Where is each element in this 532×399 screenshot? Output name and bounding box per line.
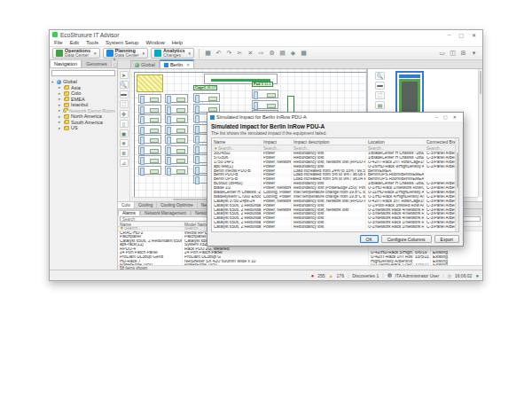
folder-icon <box>64 126 69 130</box>
configure-columns-button[interactable]: Configure Columns <box>381 235 432 243</box>
palette-tool-icon[interactable]: ▯ <box>120 120 129 128</box>
critical-alarm-count[interactable]: 255 <box>317 273 325 278</box>
elevation-tool-icon[interactable]: ⛶ <box>375 91 385 99</box>
tree-item[interactable]: ▸ US <box>51 125 115 131</box>
toolbar-icon[interactable]: ▦ <box>204 49 212 58</box>
user-avatar-icon <box>387 273 392 278</box>
clock-icon: ◷ <box>448 273 451 278</box>
toolbar-icon[interactable]: ✕ <box>246 49 254 58</box>
folder-icon <box>63 109 67 113</box>
tab-genomes[interactable]: Genomes <box>82 59 112 67</box>
export-button[interactable]: Export <box>434 235 459 243</box>
view-mode-tab[interactable]: Colo <box>118 202 135 208</box>
nav-search-input[interactable] <box>51 70 115 76</box>
toolbar-icon[interactable]: ✂ <box>236 49 244 58</box>
mode-analytics-button[interactable]: AnalyticsChanges ▾ <box>151 48 194 59</box>
app-logo-icon <box>52 32 58 37</box>
menu-bar: FileEditToolsSystem SetupWindowHelp <box>50 39 482 47</box>
impact-table-header[interactable]: Name Impact Impact description Location … <box>212 138 458 145</box>
mode-sublabel: Data Center <box>65 53 90 58</box>
close-tab-icon[interactable]: ✕ <box>186 62 190 67</box>
impact-filter-row[interactable]: ▼Search... Search... Search... Search...… <box>212 145 458 152</box>
chevron-down-icon[interactable]: ▾ <box>189 51 192 56</box>
rack-elevation-header <box>399 74 420 78</box>
floorplan-icon <box>164 63 168 67</box>
layout-icon[interactable]: ◫ <box>449 49 457 58</box>
tab-navigation[interactable]: Navigation <box>50 59 82 67</box>
impact-row[interactable]: Catalyst 6506, 2 Redundant 6506s (2 Powe… <box>212 225 458 230</box>
hatched-area <box>137 74 163 92</box>
dialog-scrollbar[interactable] <box>455 138 458 231</box>
palette-tool-icon[interactable]: ➤ <box>120 71 129 79</box>
palette-tool-icon[interactable]: ❄ <box>120 139 129 147</box>
toolbar-icon[interactable]: ▦ <box>300 49 308 58</box>
toolbar-icon[interactable]: ⇨ <box>257 49 265 58</box>
menu-item[interactable]: Window <box>145 40 164 45</box>
window-title: EcoStruxure IT Advisor <box>60 32 448 38</box>
simulated-impact-dialog: Simulated Impact for Berlin InRow PDU-A … <box>207 112 464 246</box>
menu-item[interactable]: System Setup <box>106 40 138 45</box>
layout-icon[interactable]: ⊞ <box>459 49 467 58</box>
navigation-panel: Navigation Genomes ▾ ▢ Clear ▾ Global ▸ … <box>50 60 118 270</box>
tab-global[interactable]: Global <box>130 60 160 68</box>
impact-table: Name Impact Impact description Location … <box>211 137 459 232</box>
palette-tool-icon[interactable]: ➖ <box>120 90 129 98</box>
warning-alarm-icon: ▲ <box>329 273 333 278</box>
dialog-minimize-button[interactable]: – <box>435 114 438 120</box>
layout-icon[interactable]: ▭ <box>438 49 446 58</box>
status-bar: ● 255 ▲ 176 | Discoveries 1 | ITA Admini… <box>50 270 482 280</box>
elevation-tool-icon[interactable]: ▤ <box>375 101 385 109</box>
globe-icon <box>135 63 139 67</box>
chevron-down-icon[interactable]: ▾ <box>94 51 97 56</box>
view-mode-tab[interactable]: Cooling <box>135 202 157 208</box>
minimize-button[interactable]: – <box>448 32 450 38</box>
mode-operations-button[interactable]: OperationsData Center ▾ <box>52 48 100 59</box>
palette-tool-icon[interactable]: ▣ <box>120 129 129 137</box>
cage-label: Cage1 26.17 <box>193 85 217 90</box>
tab-berlin[interactable]: Berlin ✕ <box>160 59 194 68</box>
dialog-maximize-button[interactable]: ▢ <box>443 114 448 120</box>
menu-item[interactable]: File <box>54 40 63 45</box>
discoveries-label[interactable]: Discoveries 1 <box>352 273 379 278</box>
menu-item[interactable]: Help <box>172 40 183 45</box>
status-time: 16:06:02 <box>455 273 472 278</box>
toolbar-icon[interactable]: ↶ <box>215 49 223 58</box>
toolbar-icon[interactable]: ▤ <box>278 49 286 58</box>
toolbar-icon[interactable]: ↷ <box>225 49 233 58</box>
toolbar-icon[interactable]: ◈ <box>289 49 297 58</box>
title-bar: EcoStruxure IT Advisor – ▢ ✕ <box>50 30 482 39</box>
palette-tool-icon[interactable]: ≣ <box>120 149 129 157</box>
globe-icon <box>57 80 61 84</box>
dialog-title: Simulated Impact for Berlin InRow PDU-A <box>216 114 434 120</box>
menu-item[interactable]: Tools <box>86 40 98 45</box>
maximize-button[interactable]: ▢ <box>458 32 464 38</box>
layout-icon[interactable]: ▾ <box>470 49 478 58</box>
mode-sublabel: Changes <box>163 53 184 58</box>
rack-row[interactable] <box>165 94 188 175</box>
elevation-tool-icon[interactable]: ➖ <box>375 82 385 90</box>
logged-in-user[interactable]: ITA Administrator User <box>395 273 440 278</box>
rack-row[interactable] <box>138 94 161 175</box>
close-button[interactable]: ✕ <box>472 32 476 38</box>
dialog-heading: Simulated Impact for Berlin InRow PDU-A <box>207 121 463 129</box>
ok-button[interactable]: OK <box>360 235 379 243</box>
view-mode-tab[interactable]: Cooling Optimize <box>157 202 198 208</box>
chevron-down-icon[interactable]: ▾ <box>143 51 145 56</box>
warning-alarm-count[interactable]: 176 <box>337 273 344 278</box>
palette-tool-icon[interactable]: ⛶ <box>120 100 129 108</box>
palette-tool-icon[interactable]: ✥ <box>120 110 129 118</box>
mode-planning-button[interactable]: PlanningData Center ▾ <box>103 48 148 59</box>
vertical-scrollbar[interactable] <box>478 69 482 197</box>
palette-tool-icon[interactable]: 🔍 <box>120 81 129 89</box>
palette-tool-icon[interactable]: ⊿ <box>120 159 129 167</box>
toolbar-icon[interactable]: ⚙ <box>268 49 276 58</box>
planning-icon <box>106 50 113 57</box>
analytics-icon <box>154 50 161 57</box>
folder-icon <box>64 91 69 96</box>
critical-alarm-icon: ● <box>311 273 315 278</box>
menu-item[interactable]: Edit <box>70 40 79 45</box>
connection-status-icon: ● <box>475 273 479 278</box>
dialog-close-button[interactable]: ✕ <box>453 114 457 120</box>
canvas-tab-bar: Global Berlin ✕ <box>118 60 482 69</box>
elevation-tool-icon[interactable]: 🔍 <box>375 72 385 80</box>
